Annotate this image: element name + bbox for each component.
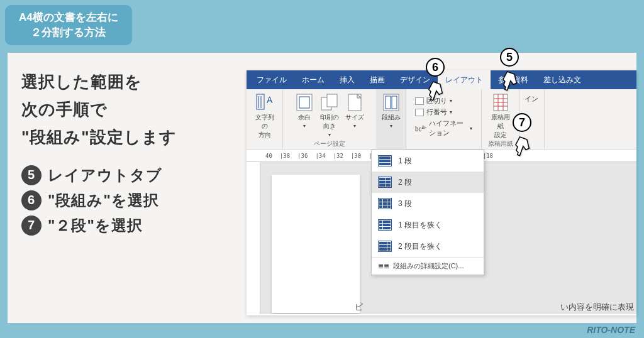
columns-button[interactable]: 段組み▾ (379, 92, 403, 130)
columns-option-1[interactable]: 1 段 (372, 150, 484, 172)
orientation-icon (320, 93, 339, 112)
svg-rect-9 (384, 94, 399, 111)
col1-icon (378, 155, 392, 166)
document-area: 40|38|36|34|32|30|28 - |8|10|12|14|16|18… (247, 150, 636, 314)
page-text-fragment: い内容を明確に表現 (560, 302, 634, 313)
columns-dropdown: 1 段 2 段 3 段 1 段目を狭く (371, 150, 484, 275)
col-rn-icon (378, 241, 392, 252)
pointing-hand-icon (508, 132, 536, 160)
columns-more-settings[interactable]: ≣≣ 段組みの詳細設定(C)... (372, 257, 484, 275)
vertical-ruler[interactable] (247, 162, 260, 314)
indent-label: イン (525, 94, 538, 104)
genkou-icon (491, 93, 510, 112)
pointing-hand-icon (496, 67, 523, 94)
size-button[interactable]: サイズ▾ (343, 92, 367, 139)
col2-icon (378, 177, 392, 188)
tab-draw[interactable]: 描画 (362, 70, 392, 89)
text-direction-button[interactable]: A 文字列の 方向 (252, 92, 277, 141)
orientation-button[interactable]: 印刷の 向き▾ (318, 92, 341, 139)
svg-rect-0 (257, 94, 264, 109)
step-7: 7"２段"を選択 (21, 215, 247, 236)
step-list: 5レイアウトタブ 6"段組み"を選択 7"２段"を選択 (21, 165, 247, 236)
svg-text:A: A (267, 95, 273, 105)
instruction-panel: 選択した範囲を 次の手順で "段組み"設定します 5レイアウトタブ 6"段組み"… (8, 53, 247, 323)
tab-insert[interactable]: 挿入 (332, 70, 362, 89)
col3-icon (378, 198, 392, 209)
step-5: 5レイアウトタブ (21, 165, 247, 185)
page-setup-group-label: ページ設定 (283, 139, 376, 148)
credit: RITO-NOTE (587, 325, 635, 335)
callout-6: 6 (421, 58, 449, 104)
columns-option-2[interactable]: 2 段 (372, 172, 484, 193)
line-numbers-button[interactable]: 行番号 ▾ (415, 107, 472, 117)
line-numbers-icon (415, 109, 424, 116)
header-badge: A4横の文書を左右に ２分割する方法 (5, 5, 132, 45)
preview-label: ビ (355, 302, 363, 313)
col-ln-icon (378, 219, 392, 231)
main-content: 選択した範囲を 次の手順で "段組み"設定します 5レイアウトタブ 6"段組み"… (8, 53, 636, 323)
word-screenshot: ファイル ホーム 挿入 描画 デザイン レイアウト 参考資料 差し込み文 A 文… (247, 53, 636, 323)
svg-rect-7 (327, 94, 337, 107)
size-icon (345, 93, 364, 112)
tab-file[interactable]: ファイル (249, 70, 294, 89)
columns-icon (382, 93, 401, 112)
columns-option-right-narrow[interactable]: 2 段目を狭く (372, 236, 484, 257)
columns-option-3[interactable]: 3 段 (372, 193, 484, 214)
hyphenation-button[interactable]: bca-ハイフネーション ▾ (415, 119, 472, 138)
document-page[interactable] (272, 175, 360, 313)
callout-7: 7 (508, 113, 536, 160)
tab-mailings[interactable]: 差し込み文 (536, 70, 589, 89)
text-direction-icon: A (255, 93, 274, 112)
step-6: 6"段組み"を選択 (21, 190, 247, 210)
callout-5: 5 (496, 48, 523, 94)
more-columns-icon: ≣≣ (378, 262, 389, 270)
margins-button[interactable]: 余白▾ (292, 92, 316, 139)
margins-icon (295, 93, 314, 112)
instruction-text: 選択した範囲を 次の手順で "段組み"設定します (21, 68, 247, 151)
tab-home[interactable]: ホーム (294, 70, 332, 89)
word-window: ファイル ホーム 挿入 描画 デザイン レイアウト 参考資料 差し込み文 A 文… (247, 70, 636, 315)
pointing-hand-icon (421, 77, 449, 104)
columns-option-left-narrow[interactable]: 1 段目を狭く (372, 214, 484, 236)
